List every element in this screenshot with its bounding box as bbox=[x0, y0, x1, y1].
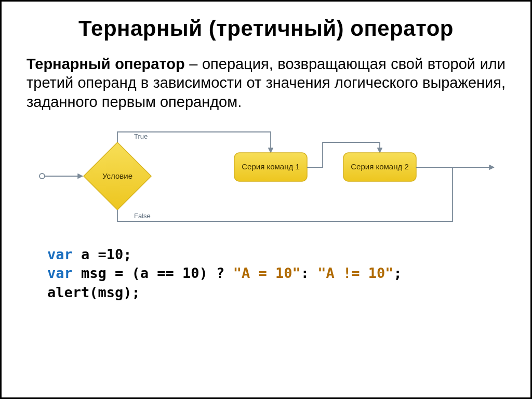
code-text: a =10; bbox=[73, 246, 132, 262]
code-line-1: var a =10; bbox=[47, 245, 506, 264]
slide: Тернарный (третичный) оператор Тернарный… bbox=[0, 0, 532, 399]
code-example: var a =10; var msg = (a == 10) ? "A = 10… bbox=[47, 245, 506, 302]
condition-label: Условие bbox=[102, 171, 132, 180]
block1-label: Серия команд 1 bbox=[242, 162, 299, 171]
keyword-var: var bbox=[47, 265, 73, 281]
true-label: True bbox=[134, 132, 148, 140]
false-label: False bbox=[134, 212, 151, 220]
string-literal: "A != 10" bbox=[317, 265, 393, 281]
slide-title: Тернарный (третичный) оператор bbox=[26, 16, 506, 41]
definition-paragraph: Тернарный оператор – операция, возвращаю… bbox=[26, 55, 506, 111]
code-line-2: var msg = (a == 10) ? "A = 10": "A != 10… bbox=[47, 264, 506, 283]
flow-svg: Условие True Серия команд 1 Серия команд… bbox=[26, 122, 504, 231]
code-text: ; bbox=[394, 265, 402, 281]
keyword-var: var bbox=[47, 246, 73, 262]
flow-diagram: Условие True Серия команд 1 Серия команд… bbox=[26, 122, 506, 231]
string-literal: "A = 10" bbox=[233, 265, 301, 281]
code-text: msg = (a == 10) ? bbox=[73, 265, 233, 281]
code-text: : bbox=[301, 265, 318, 281]
entry-node-icon bbox=[39, 174, 45, 179]
block2-label: Серия команд 2 bbox=[351, 162, 408, 171]
definition-term: Тернарный оператор bbox=[26, 56, 185, 72]
code-line-3: alert(msg); bbox=[47, 283, 506, 302]
